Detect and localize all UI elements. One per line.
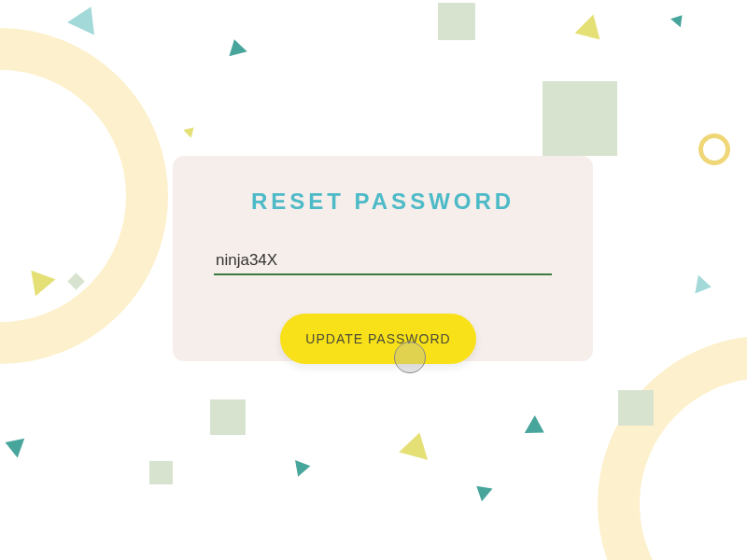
update-password-button[interactable]: UPDATE PASSWORD [280, 314, 476, 364]
bg-triangle [225, 37, 247, 57]
bg-ring-icon [698, 133, 730, 165]
bg-triangle [2, 433, 24, 458]
bg-square [438, 3, 475, 40]
bg-triangle [471, 480, 492, 501]
bg-triangle [183, 123, 198, 138]
bg-triangle [575, 15, 610, 49]
password-input[interactable] [214, 247, 552, 275]
card-title: RESET PASSWORD [251, 189, 514, 215]
bg-arc-left [0, 28, 168, 364]
bg-arc-right [598, 336, 747, 560]
bg-triangle [399, 428, 434, 459]
bg-square [210, 399, 246, 435]
bg-triangle [295, 457, 312, 476]
bg-triangle [670, 11, 687, 27]
bg-square [618, 390, 654, 426]
bg-triangle [67, 0, 105, 35]
bg-triangle [525, 415, 550, 441]
bg-triangle [695, 275, 712, 296]
bg-square [543, 81, 617, 156]
bg-square [149, 461, 173, 484]
